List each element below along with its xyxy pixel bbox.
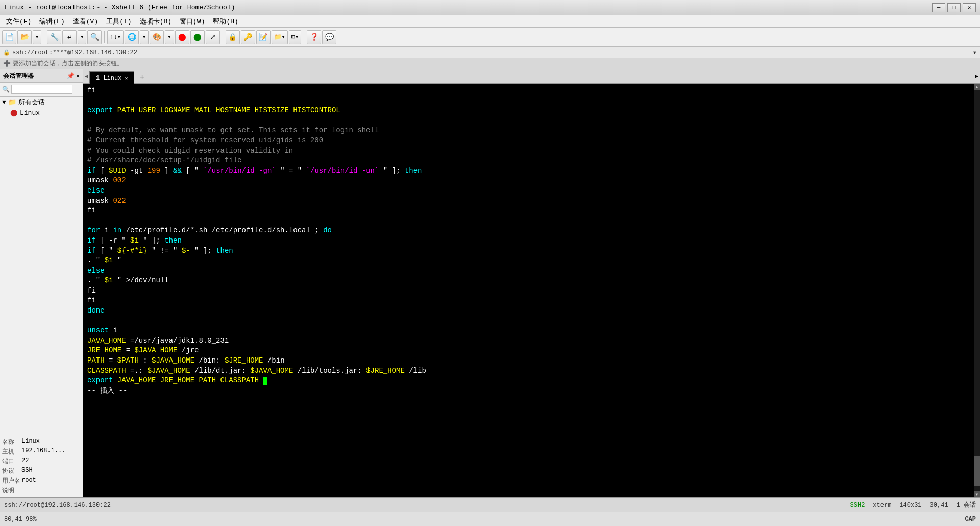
folder-dropdown[interactable]: 📁▾: [272, 30, 288, 44]
terminal-area: fi export PATH USER LOGNAME MAIL HOSTNAM…: [83, 84, 980, 497]
menu-window[interactable]: 窗口(W): [176, 16, 209, 27]
term-line-fi3: fi: [87, 286, 970, 296]
key-button[interactable]: 🔑: [241, 30, 255, 44]
sidebar-close-button[interactable]: ✕: [76, 72, 80, 80]
new-session-button[interactable]: 📄: [2, 30, 16, 44]
globe-dropdown[interactable]: ▾: [140, 30, 149, 44]
term-line-c1: # By default, we want umask to get set. …: [87, 126, 970, 136]
sidebar-search-area: 🔍: [0, 83, 83, 97]
host-label: 主机: [2, 447, 20, 456]
open-dropdown[interactable]: ▾: [33, 30, 41, 44]
info-row-remark: 说明: [2, 486, 81, 495]
status-path: ssh://root@192.168.146.130:22: [4, 501, 111, 509]
find-button[interactable]: 🔍: [87, 30, 102, 44]
session-info-panel: 名称 Linux 主机 192.168.1... 端口 22 协议 SSH 用户…: [0, 435, 83, 497]
main-layout: 会话管理器 📌 ✕ 🔍 ▼ 📁 所有会话 ⬤ Linux 名称: [0, 69, 980, 497]
term-line-c4: # /usr/share/doc/setup-*/uidgid file: [87, 156, 970, 166]
bottom-right: CAP: [965, 516, 976, 523]
minimize-button[interactable]: ─: [932, 3, 945, 12]
tab-add-button[interactable]: +: [136, 72, 148, 83]
sidebar-item-linux[interactable]: ⬤ Linux: [0, 108, 83, 118]
close-button[interactable]: ✕: [963, 3, 976, 12]
term-line-else1: else: [87, 186, 970, 196]
term-line-classpath: CLASSPATH =.: $JAVA_HOME /lib/dt.jar: $J…: [87, 366, 970, 376]
session-address: ssh://root:****@192.168.146.130:22: [12, 49, 137, 56]
script-button[interactable]: 📝: [256, 30, 271, 44]
tab-bar: ◀ 1 Linux ✕ + ▶: [83, 69, 980, 84]
term-line-unset: unset i: [87, 326, 970, 336]
term-line-blank2: [87, 116, 970, 126]
term-line-insert-mode: -- 插入 --: [87, 386, 970, 396]
menu-view[interactable]: 查看(V): [69, 16, 102, 27]
bottom-bar: 80,41 98% CAP: [0, 512, 980, 526]
term-line-export-java: export JAVA_HOME JRE_HOME PATH CLASSPATH: [87, 376, 970, 386]
open-button[interactable]: 📂: [17, 30, 32, 44]
scroll-up-button[interactable]: ▲: [974, 84, 980, 90]
green-button[interactable]: ⬤: [190, 30, 205, 44]
search-input[interactable]: [11, 85, 72, 94]
term-line-path: PATH = $PATH : $JAVA_HOME /bin: $JRE_HOM…: [87, 356, 970, 366]
term-line-umask022: umask 022: [87, 196, 970, 206]
scroll-thumb[interactable]: [974, 456, 980, 486]
nav-dropdown[interactable]: ▾: [78, 30, 86, 44]
session-dropdown-arrow[interactable]: ▾: [973, 48, 977, 57]
term-line-fi2: fi: [87, 206, 970, 216]
tab-scroll-right[interactable]: ▶: [974, 69, 980, 83]
terminal[interactable]: fi export PATH USER LOGNAME MAIL HOSTNAM…: [83, 84, 974, 497]
info-button[interactable]: 💬: [322, 30, 336, 44]
term-line-done: done: [87, 306, 970, 316]
tab-linux-close[interactable]: ✕: [125, 75, 128, 81]
view-dropdown[interactable]: ⊞▾: [289, 30, 301, 44]
help-button[interactable]: ❓: [307, 30, 321, 44]
info-row-protocol: 协议 SSH: [2, 466, 81, 476]
maximize-button[interactable]: □: [947, 3, 961, 12]
term-line-umask002: umask 002: [87, 176, 970, 186]
lock-button[interactable]: 🔒: [226, 30, 240, 44]
terminal-scrollbar[interactable]: ▲ ▼: [974, 84, 980, 497]
menu-edit[interactable]: 编辑(E): [35, 16, 68, 27]
menu-tabs[interactable]: 选项卡(B): [136, 16, 176, 27]
status-ssh: SSH2: [850, 501, 865, 509]
scroll-down-button[interactable]: ▼: [974, 491, 980, 497]
status-right: SSH2 xterm 140x31 30,41 1 会话: [850, 500, 976, 509]
port-label: 端口: [2, 457, 20, 466]
term-line-dot-si-null: . " $i " >/dev/null: [87, 276, 970, 286]
sidebar-header: 会话管理器 📌 ✕: [0, 69, 83, 83]
color-button[interactable]: 🎨: [150, 30, 164, 44]
add-session-text: 要添加当前会话，点击左侧的箭头按钮。: [13, 59, 123, 68]
name-label: 名称: [2, 438, 20, 446]
term-line-c3: # You could check uidgid reservation val…: [87, 146, 970, 156]
expand-button[interactable]: ⤢: [206, 30, 220, 44]
menu-tools[interactable]: 工具(T): [102, 16, 135, 27]
status-size: 140x31: [899, 501, 921, 509]
globe-button[interactable]: 🌐: [125, 30, 139, 44]
menu-bar: 文件(F) 编辑(E) 查看(V) 工具(T) 选项卡(B) 窗口(W) 帮助(…: [0, 15, 980, 28]
search-icon: 🔍: [2, 86, 10, 93]
remark-label: 说明: [2, 486, 20, 495]
protocol-label: 协议: [2, 467, 20, 475]
group-expand-icon: ▼: [2, 99, 6, 106]
title-bar: Linux - root@localhost:~ - Xshell 6 (Fre…: [0, 0, 980, 15]
sidebar-group-all-sessions[interactable]: ▼ 📁 所有会话: [0, 97, 83, 108]
folder-icon: 📁: [8, 98, 16, 106]
info-row-port: 端口 22: [2, 457, 81, 466]
tab-linux[interactable]: 1 Linux ✕: [89, 71, 134, 84]
title-text: Linux - root@localhost:~ - Xshell 6 (Fre…: [4, 4, 235, 11]
terminal-content: fi export PATH USER LOGNAME MAIL HOSTNAM…: [87, 86, 970, 396]
sep4: [304, 31, 304, 43]
session-icon: ⬤: [10, 109, 18, 117]
sidebar-pin-button[interactable]: 📌: [67, 72, 75, 80]
user-label: 用户名: [2, 476, 20, 485]
tab-scroll-left[interactable]: ◀: [83, 69, 89, 83]
protocol-value: SSH: [21, 467, 33, 475]
properties-button[interactable]: 🔧: [47, 30, 61, 44]
back-button[interactable]: ↩: [62, 30, 77, 44]
window-controls: ─ □ ✕: [932, 3, 976, 12]
status-left: ssh://root@192.168.146.130:22: [4, 501, 111, 509]
transfer-dropdown[interactable]: ↑↓▾: [107, 30, 124, 44]
menu-help[interactable]: 帮助(H): [209, 16, 242, 27]
color-dropdown[interactable]: ▾: [165, 30, 174, 44]
menu-file[interactable]: 文件(F): [2, 16, 35, 27]
term-line-blank3: [87, 216, 970, 226]
red-button[interactable]: ⬤: [175, 30, 189, 44]
